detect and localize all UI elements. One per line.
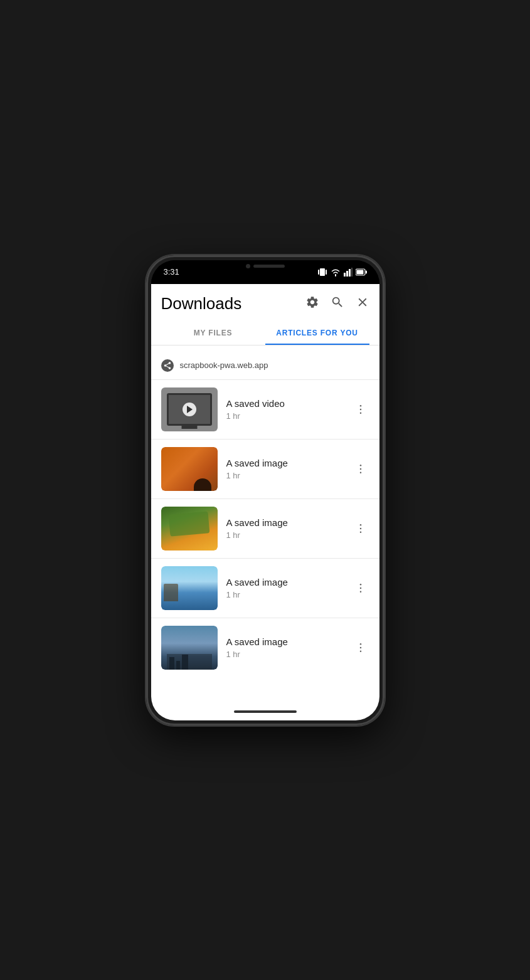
item-time: 1 hr (226, 590, 343, 599)
svg-point-15 (359, 472, 361, 473)
search-button[interactable] (331, 295, 344, 312)
item-info: A saved image 1 hr (226, 636, 343, 659)
video-frame (167, 393, 212, 426)
monitor-stand (181, 426, 197, 429)
app-header: Downloads (151, 284, 379, 345)
tree-silhouette (164, 584, 178, 601)
item-info: A saved video 1 hr (226, 398, 343, 421)
close-button[interactable] (356, 295, 369, 312)
speaker-bar (253, 265, 285, 268)
decorative-arch (194, 478, 211, 491)
phone-device: 3:31 (146, 255, 384, 725)
play-button-circle (183, 403, 196, 416)
svg-rect-1 (318, 270, 319, 275)
page-title: Downloads (161, 294, 242, 313)
svg-rect-8 (356, 270, 363, 274)
status-time: 3:31 (164, 267, 179, 277)
svg-point-23 (359, 646, 361, 648)
share-icon (163, 361, 172, 370)
item-thumbnail-water (161, 566, 218, 610)
svg-rect-5 (349, 269, 351, 277)
svg-point-17 (359, 527, 361, 529)
more-vertical-icon (354, 463, 367, 475)
camera-dot (246, 264, 250, 268)
svg-point-11 (359, 408, 361, 410)
list-item: A saved image 1 hr (151, 618, 379, 677)
header-top: Downloads (161, 294, 369, 313)
item-thumbnail-city (161, 626, 218, 670)
item-title: A saved image (226, 636, 343, 647)
svg-rect-3 (344, 273, 346, 277)
item-title: A saved video (226, 398, 343, 409)
svg-rect-4 (346, 271, 348, 277)
app-content: Downloads (151, 284, 379, 720)
signal-icon (344, 268, 352, 277)
item-thumbnail-video (161, 387, 218, 431)
item-info: A saved image 1 hr (226, 517, 343, 540)
item-more-menu-button[interactable] (352, 517, 369, 540)
item-more-menu-button[interactable] (352, 458, 369, 480)
tab-my-files[interactable]: MY FILES (161, 321, 265, 345)
more-vertical-icon (354, 641, 367, 654)
building (169, 657, 174, 670)
food-garnish (169, 511, 210, 536)
svg-point-10 (359, 404, 361, 406)
camera-area (246, 264, 285, 268)
svg-rect-9 (366, 270, 367, 273)
more-vertical-icon (354, 522, 367, 535)
svg-point-20 (359, 587, 361, 589)
content-area: scrapbook-pwa.web.app (151, 345, 379, 677)
svg-rect-0 (320, 268, 325, 276)
svg-point-24 (359, 650, 361, 652)
city-skyline (167, 654, 212, 670)
home-indicator (234, 710, 297, 713)
svg-point-13 (359, 464, 361, 466)
item-thumbnail-food (161, 507, 218, 551)
item-title: A saved image (226, 458, 343, 468)
close-icon (356, 295, 369, 309)
svg-point-14 (359, 468, 361, 470)
list-item: A saved image 1 hr (151, 499, 379, 559)
item-more-menu-button[interactable] (352, 398, 369, 421)
play-triangle (187, 406, 193, 413)
building (182, 655, 188, 670)
item-time: 1 hr (226, 650, 343, 659)
item-more-menu-button[interactable] (352, 636, 369, 659)
source-share-icon (161, 359, 174, 372)
status-bar: 3:31 (151, 260, 379, 284)
tab-articles-for-you[interactable]: ARTICLES FOR YOU (265, 321, 369, 345)
more-vertical-icon (354, 582, 367, 594)
item-time: 1 hr (226, 530, 343, 540)
list-item: A saved video 1 hr (151, 380, 379, 440)
battery-icon (356, 268, 367, 276)
status-icons (317, 268, 367, 277)
wifi-icon (331, 268, 341, 277)
vibrate-icon (317, 268, 327, 277)
item-title: A saved image (226, 517, 343, 528)
source-name: scrapbook-pwa.web.app (180, 361, 268, 370)
item-time: 1 hr (226, 411, 343, 421)
item-time: 1 hr (226, 471, 343, 480)
item-more-menu-button[interactable] (352, 577, 369, 599)
item-info: A saved image 1 hr (226, 458, 343, 480)
tabs-container: MY FILES ARTICLES FOR YOU (161, 321, 369, 345)
svg-point-18 (359, 531, 361, 533)
search-icon (331, 295, 344, 309)
source-header: scrapbook-pwa.web.app (151, 352, 379, 380)
phone-screen: 3:31 (151, 260, 379, 720)
svg-point-22 (359, 643, 361, 645)
svg-point-19 (359, 583, 361, 585)
item-info: A saved image 1 hr (226, 577, 343, 599)
list-item: A saved image 1 hr (151, 559, 379, 618)
header-actions (305, 295, 369, 312)
time-display: 3:31 (164, 267, 179, 277)
list-item: A saved image 1 hr (151, 440, 379, 499)
svg-point-12 (359, 412, 361, 414)
item-title: A saved image (226, 577, 343, 587)
settings-button[interactable] (305, 295, 319, 312)
more-vertical-icon (354, 403, 367, 416)
gear-icon (305, 295, 319, 309)
svg-point-16 (359, 524, 361, 525)
building (176, 661, 180, 670)
svg-rect-6 (351, 268, 352, 277)
